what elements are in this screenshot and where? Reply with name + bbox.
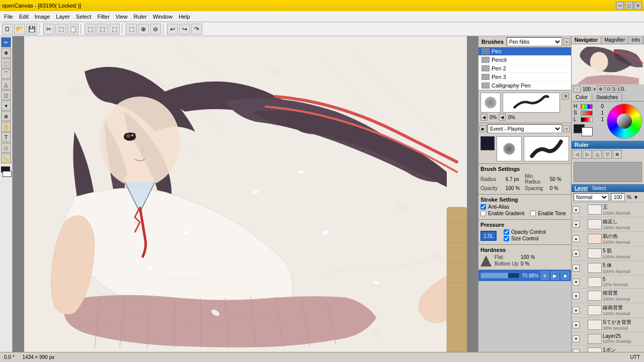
- event-select[interactable]: Event - Playing: [488, 124, 562, 133]
- menu-view[interactable]: View: [113, 13, 131, 21]
- eraser-tool[interactable]: ◻: [1, 90, 11, 100]
- anti-alias-checkbox[interactable]: [480, 204, 486, 210]
- layer-visibility-10[interactable]: ●: [573, 349, 580, 352]
- brush-calligraphy[interactable]: Calligraphy Pen: [478, 81, 571, 90]
- menu-edit[interactable]: Edit: [16, 13, 32, 21]
- layer-row[interactable]: ● 王 100% Normal: [572, 203, 644, 217]
- ruler-btn4[interactable]: ▽: [603, 150, 612, 159]
- pen-tool[interactable]: ✏: [1, 37, 11, 47]
- layer-more-btn[interactable]: ▼: [633, 195, 638, 200]
- save-button[interactable]: 💾: [26, 24, 37, 35]
- layer-row[interactable]: ● 肌の色 100% Normal: [572, 232, 644, 246]
- tb6[interactable]: ⊖: [150, 24, 161, 35]
- layer-tab-layer[interactable]: Layer: [575, 186, 588, 191]
- h-slider[interactable]: [581, 104, 593, 109]
- tb2[interactable]: ⬚: [97, 24, 108, 35]
- layer-visibility-5[interactable]: ●: [573, 279, 580, 286]
- brush-ctrl-left[interactable]: ◀: [480, 114, 488, 121]
- move-tool[interactable]: ✥: [1, 48, 11, 58]
- brush-type-select[interactable]: Pen Nibs: [507, 37, 562, 46]
- tb5[interactable]: ⊕: [138, 24, 149, 35]
- layer-visibility-8[interactable]: ●: [573, 321, 580, 328]
- pause-button[interactable]: ⏸: [541, 272, 549, 280]
- menu-image[interactable]: Image: [32, 13, 53, 21]
- layer-visibility-2[interactable]: ●: [573, 235, 580, 242]
- menu-filter[interactable]: Filter: [94, 13, 112, 21]
- event-close[interactable]: ×: [563, 125, 570, 132]
- layer-opacity-field[interactable]: [611, 193, 625, 201]
- zoom-tool[interactable]: ⊕: [1, 111, 11, 121]
- blend-mode-select[interactable]: Normal Multiply Overlay: [574, 193, 609, 201]
- background-color[interactable]: [3, 171, 12, 177]
- new-button[interactable]: 🗋: [2, 24, 13, 35]
- menu-window[interactable]: Window: [150, 13, 176, 21]
- brush-pen[interactable]: Pen: [478, 47, 571, 56]
- color-tab-color[interactable]: Color: [572, 94, 592, 101]
- nav-tab-info[interactable]: Info: [628, 36, 643, 44]
- ruler-btn5[interactable]: ⊕: [613, 150, 622, 159]
- ruler-btn2[interactable]: ▷: [583, 150, 592, 159]
- bucket-tool[interactable]: △: [1, 79, 11, 89]
- l-slider[interactable]: [581, 117, 593, 122]
- bg-swatch[interactable]: [582, 127, 593, 136]
- color-wheel[interactable]: [607, 104, 642, 139]
- layer-row[interactable]: ● 線画背景 100% Normal: [572, 303, 644, 318]
- s-slider[interactable]: [581, 111, 593, 116]
- nav-actual[interactable]: 1:1: [613, 85, 620, 93]
- layer-row[interactable]: ● 桜背景 100% Normal: [572, 289, 644, 303]
- menu-help[interactable]: Help: [176, 13, 193, 21]
- menu-file[interactable]: File: [1, 13, 16, 21]
- menu-layer[interactable]: Layer: [53, 13, 73, 21]
- shape-tool[interactable]: □: [1, 143, 11, 153]
- tb1[interactable]: ⬚: [85, 24, 96, 35]
- layer-visibility-9[interactable]: ●: [573, 335, 580, 342]
- opacity-control-checkbox[interactable]: [504, 229, 509, 235]
- layer-row[interactable]: ● Layer25 100% Overlay: [572, 332, 644, 345]
- layer-row[interactable]: ● 5 肌 100% Normal: [572, 246, 644, 261]
- nav-tab-magnifier[interactable]: Magnifier: [601, 36, 628, 44]
- layer-visibility-1[interactable]: ●: [573, 221, 580, 228]
- layer-visibility-7[interactable]: ●: [573, 307, 580, 314]
- color-wheel-container[interactable]: [607, 104, 642, 139]
- layer-row[interactable]: ● 1ポン 100% Normal: [572, 345, 644, 352]
- nav-zoom-out[interactable]: -: [574, 85, 581, 93]
- eyedropper-tool[interactable]: ✦: [1, 101, 11, 111]
- enable-gradient-checkbox[interactable]: [480, 211, 486, 216]
- select-tool[interactable]: ⬚: [1, 58, 11, 68]
- canvas-area[interactable]: [13, 36, 478, 352]
- layer-visibility-4[interactable]: ●: [573, 264, 580, 272]
- layer-visibility-6[interactable]: ●: [573, 292, 580, 299]
- event-expand[interactable]: ▶: [479, 125, 487, 132]
- brush-panel-close[interactable]: ×: [563, 38, 570, 45]
- tb3[interactable]: ⬚: [109, 24, 120, 35]
- lasso-tool[interactable]: ⌒: [1, 69, 11, 79]
- brush-pencil[interactable]: Pencil: [478, 56, 571, 64]
- brush-pen3[interactable]: Pen 3: [478, 73, 571, 81]
- cut-button[interactable]: ✂: [43, 24, 54, 35]
- undo-button[interactable]: ↩: [167, 24, 178, 35]
- menu-ruler[interactable]: Ruler: [131, 13, 150, 21]
- nav-zoom-in-icon[interactable]: ⊕: [597, 85, 604, 93]
- brush-preview-settings[interactable]: ⚙: [562, 93, 569, 100]
- nav-tab-navigator[interactable]: Navigator: [572, 36, 601, 44]
- maximize-button[interactable]: □: [625, 2, 633, 10]
- nav-fit[interactable]: ⊡: [605, 85, 612, 93]
- text-tool[interactable]: T: [1, 132, 11, 142]
- minimize-button[interactable]: ─: [616, 2, 624, 10]
- open-button[interactable]: 📂: [14, 24, 25, 35]
- ruler-tool[interactable]: 📐: [1, 153, 11, 163]
- enable-tone-checkbox[interactable]: [530, 211, 536, 216]
- tb4[interactable]: ⬚: [126, 24, 137, 35]
- ruler-btn1[interactable]: ◁: [573, 150, 582, 159]
- hand-tool[interactable]: ✋: [1, 122, 11, 132]
- color-tab-swatches[interactable]: Swatches: [592, 94, 622, 101]
- layer-visibility-0[interactable]: ●: [573, 206, 580, 213]
- drawing-canvas[interactable]: [24, 36, 467, 352]
- brush-ctrl-mid[interactable]: ◀: [499, 114, 506, 121]
- stop-button[interactable]: ■: [561, 272, 569, 280]
- play-button[interactable]: ▶: [551, 272, 559, 280]
- ruler-btn3[interactable]: △: [593, 150, 602, 159]
- pressure-btn[interactable]: 1.0L: [480, 231, 497, 241]
- layer-row[interactable]: ● 5 体 100% Normal: [572, 261, 644, 276]
- copy-button[interactable]: ⬚: [55, 24, 66, 35]
